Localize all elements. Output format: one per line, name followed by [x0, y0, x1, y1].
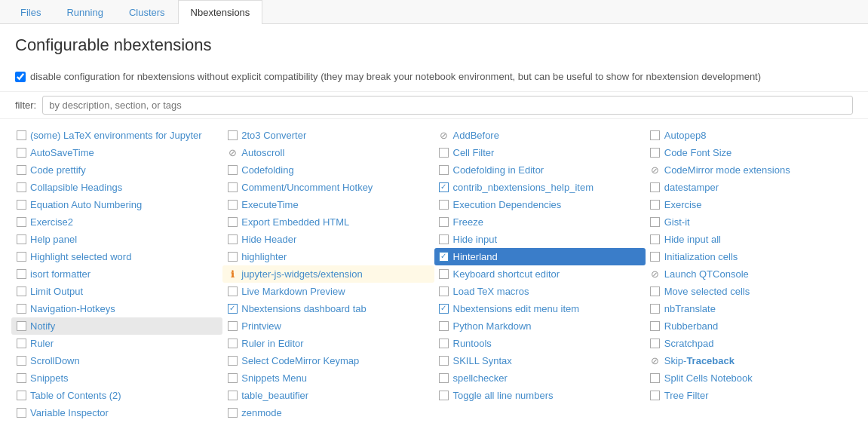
ext-item[interactable]: ExecuteTime — [222, 196, 434, 213]
ext-item[interactable]: zenmode — [222, 404, 434, 421]
ext-item[interactable]: Ruler in Editor — [222, 335, 434, 352]
ext-item[interactable]: (some) LaTeX environments for Jupyter — [11, 127, 222, 144]
ext-item[interactable]: contrib_nbextensions_help_item — [434, 179, 646, 196]
ext-item[interactable]: Freeze — [434, 213, 646, 231]
ext-label: SKILL Syntax — [453, 355, 512, 366]
ext-item[interactable]: Export Embedded HTML — [222, 213, 434, 231]
ext-item[interactable]: Toggle all line numbers — [434, 387, 646, 404]
ext-item[interactable]: ⊘CodeMirror mode extensions — [646, 161, 857, 179]
ext-label: (some) LaTeX environments for Jupyter — [30, 130, 202, 141]
ext-item[interactable]: Runtools — [434, 335, 646, 352]
ext-item[interactable]: AutoSaveTime — [11, 144, 222, 161]
ext-item[interactable]: Move selected cells — [646, 283, 857, 300]
ext-icon — [227, 217, 238, 228]
ext-item[interactable]: Collapsible Headings — [11, 179, 222, 196]
ext-item[interactable]: Exercise2 — [11, 213, 222, 231]
tab-files[interactable]: Files — [8, 0, 54, 24]
ext-label: AddBefore — [453, 130, 499, 141]
ext-icon — [650, 286, 661, 297]
ext-item[interactable]: Codefolding in Editor — [434, 161, 646, 179]
ext-label: ExecuteTime — [241, 199, 298, 210]
ext-item[interactable]: 2to3 Converter — [222, 127, 434, 144]
ext-item[interactable]: Highlight selected word — [11, 248, 222, 265]
ext-icon — [650, 234, 661, 245]
ext-item[interactable]: Code Font Size — [646, 144, 857, 161]
ext-item[interactable]: highlighter — [222, 248, 434, 265]
ext-item[interactable]: Notify — [11, 317, 222, 335]
ext-item[interactable]: Equation Auto Numbering — [11, 196, 222, 213]
ext-item[interactable]: Navigation-Hotkeys — [11, 300, 222, 317]
ext-item[interactable]: nbTranslate — [646, 300, 857, 317]
ext-item[interactable]: ⊘Autoscroll — [222, 144, 434, 161]
ext-item[interactable]: Load TeX macros — [434, 283, 646, 300]
ext-label: Live Markdown Preview — [241, 286, 345, 297]
ext-item[interactable]: Gist-it — [646, 213, 857, 231]
ext-item[interactable]: ⊘AddBefore — [434, 127, 646, 144]
ext-item[interactable]: Python Markdown — [434, 317, 646, 335]
ext-item[interactable]: Snippets Menu — [222, 369, 434, 387]
ext-item[interactable]: ℹjupyter-js-widgets/extension — [222, 265, 434, 283]
ext-label: highlighter — [241, 251, 287, 262]
ext-label: Nbextensions dashboard tab — [241, 303, 367, 314]
ext-item[interactable]: Hide input all — [646, 231, 857, 248]
ext-item[interactable]: Hinterland — [434, 248, 646, 265]
ext-label: Export Embedded HTML — [241, 216, 349, 228]
ext-item[interactable]: Hide input — [434, 231, 646, 248]
ext-label: Table of Contents (2) — [30, 390, 121, 401]
ext-item[interactable]: SKILL Syntax — [434, 352, 646, 369]
ext-item[interactable]: Cell Filter — [434, 144, 646, 161]
ext-item[interactable]: Tree Filter — [646, 387, 857, 404]
ext-item[interactable]: Table of Contents (2) — [11, 387, 222, 404]
ext-item[interactable]: Comment/Uncomment Hotkey — [222, 179, 434, 196]
ext-item[interactable]: table_beautifier — [222, 387, 434, 404]
ext-icon — [650, 321, 661, 332]
filter-input[interactable] — [42, 96, 853, 115]
ext-item[interactable]: Snippets — [11, 369, 222, 387]
ext-item[interactable]: Variable Inspector — [11, 404, 222, 421]
ext-item[interactable]: Execution Dependencies — [434, 196, 646, 213]
tab-clusters[interactable]: Clusters — [116, 0, 178, 24]
ext-icon — [227, 165, 238, 176]
ext-item[interactable]: spellchecker — [434, 369, 646, 387]
ext-item[interactable]: ⊘Launch QTConsole — [646, 265, 857, 283]
ext-item[interactable]: Ruler — [11, 335, 222, 352]
ext-item[interactable]: Hide Header — [222, 231, 434, 248]
ext-item[interactable]: datestamper — [646, 179, 857, 196]
ext-item[interactable]: ScrollDown — [11, 352, 222, 369]
ext-icon — [16, 182, 26, 193]
tab-running[interactable]: Running — [54, 0, 115, 24]
ext-item[interactable]: Exercise — [646, 196, 857, 213]
ext-label: table_beautifier — [241, 390, 308, 401]
ext-item[interactable]: Scratchpad — [646, 335, 857, 352]
ext-label: Collapsible Headings — [30, 182, 122, 193]
ext-label: nbTranslate — [664, 303, 716, 314]
tab-nbextensions[interactable]: Nbextensions — [178, 0, 263, 24]
ext-icon — [650, 182, 661, 193]
ext-label: Variable Inspector — [30, 407, 109, 418]
ext-item[interactable]: ⊘Skip-Traceback — [646, 352, 857, 369]
ext-item[interactable]: Nbextensions dashboard tab — [222, 300, 434, 317]
ext-icon — [650, 304, 661, 314]
ext-item[interactable]: isort formatter — [11, 265, 222, 283]
ext-item[interactable]: Codefolding — [222, 161, 434, 179]
ext-item[interactable]: Code prettify — [11, 161, 222, 179]
ext-label: Select CodeMirror Keymap — [241, 355, 359, 366]
ext-label: Hide input all — [664, 234, 721, 245]
extensions-column-2: ⊘AddBeforeCell FilterCodefolding in Edit… — [434, 127, 646, 421]
ext-item[interactable]: Keyboard shortcut editor — [434, 265, 646, 283]
ext-icon — [227, 304, 238, 314]
ext-item[interactable]: Split Cells Notebook — [646, 369, 857, 387]
ext-item[interactable]: Nbextensions edit menu item — [434, 300, 646, 317]
ext-item[interactable]: Rubberband — [646, 317, 857, 335]
ext-item[interactable]: Limit Output — [11, 283, 222, 300]
ext-item[interactable]: Help panel — [11, 231, 222, 248]
ext-icon: ⊘ — [650, 165, 661, 176]
ext-item[interactable]: Live Markdown Preview — [222, 283, 434, 300]
ext-icon — [16, 286, 26, 297]
ext-item[interactable]: Initialization cells — [646, 248, 857, 265]
ext-item[interactable]: Autopep8 — [646, 127, 857, 144]
ext-icon — [16, 391, 26, 401]
ext-item[interactable]: Select CodeMirror Keymap — [222, 352, 434, 369]
compat-checkbox[interactable] — [15, 72, 26, 82]
ext-item[interactable]: Printview — [222, 317, 434, 335]
